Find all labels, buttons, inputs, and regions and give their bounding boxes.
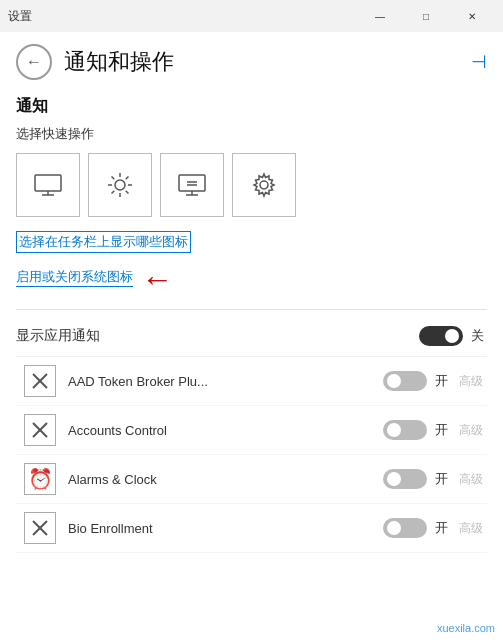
- page-title: 通知和操作: [64, 47, 174, 77]
- app-row-aad: AAD Token Broker Plu... 开 高级: [16, 357, 487, 406]
- accounts-toggle-track: [383, 420, 427, 440]
- alarms-toggle-thumb: [387, 472, 401, 486]
- toggle-thumb: [445, 329, 459, 343]
- svg-rect-0: [35, 175, 61, 191]
- svg-rect-12: [179, 175, 205, 191]
- svg-point-3: [115, 180, 125, 190]
- bio-toggle-track: [383, 518, 427, 538]
- alarms-name: Alarms & Clock: [68, 472, 383, 487]
- svg-point-17: [260, 181, 268, 189]
- app-row-bio: Bio Enrollment 开 高级: [16, 504, 487, 553]
- monitor-icon: [34, 174, 62, 196]
- bio-name: Bio Enrollment: [68, 521, 383, 536]
- quick-actions-label: 选择快速操作: [16, 125, 487, 143]
- accounts-icon: [24, 414, 56, 446]
- aad-toggle-thumb: [387, 374, 401, 388]
- quick-btn-settings[interactable]: [232, 153, 296, 217]
- accounts-toggle-state: 开: [435, 421, 451, 439]
- red-arrow-icon: ←: [141, 263, 173, 295]
- bio-toggle-area: 开 高级: [383, 518, 487, 538]
- app-notifications-toggle[interactable]: [419, 326, 463, 346]
- app-notifications-state: 关: [471, 327, 487, 345]
- accounts-toggle-thumb: [387, 423, 401, 437]
- system-link-row: 启用或关闭系统图标 ←: [16, 263, 487, 295]
- app-notifications-label: 显示应用通知: [16, 327, 100, 345]
- aad-adv: 高级: [459, 373, 487, 390]
- aad-name: AAD Token Broker Plu...: [68, 374, 383, 389]
- alarms-toggle-area: 开 高级: [383, 469, 487, 489]
- maximize-button[interactable]: □: [403, 0, 449, 32]
- svg-line-10: [126, 177, 129, 180]
- titlebar-controls: — □ ✕: [357, 0, 495, 32]
- sun-icon: [106, 171, 134, 199]
- back-button[interactable]: ←: [16, 44, 52, 80]
- quick-btn-monitor[interactable]: [16, 153, 80, 217]
- svg-line-8: [112, 177, 115, 180]
- svg-line-11: [112, 191, 115, 194]
- minimize-button[interactable]: —: [357, 0, 403, 32]
- accounts-adv: 高级: [459, 422, 487, 439]
- pin-icon[interactable]: ⊣: [471, 51, 487, 73]
- gear-icon: [251, 172, 277, 198]
- accounts-toggle[interactable]: [383, 420, 427, 440]
- page-header: ← 通知和操作 ⊣: [0, 32, 503, 88]
- bio-icon: [24, 512, 56, 544]
- back-icon: ←: [26, 53, 42, 71]
- bio-toggle-state: 开: [435, 519, 451, 537]
- app-notifications-toggle-area: 关: [419, 326, 487, 346]
- bio-toggle-thumb: [387, 521, 401, 535]
- accounts-toggle-area: 开 高级: [383, 420, 487, 440]
- quick-btn-cast[interactable]: [160, 153, 224, 217]
- quick-actions-row: [16, 153, 487, 217]
- bio-toggle[interactable]: [383, 518, 427, 538]
- watermark: xuexila.com: [437, 622, 495, 634]
- titlebar: 设置 — □ ✕: [0, 0, 503, 32]
- alarms-adv: 高级: [459, 471, 487, 488]
- accounts-name: Accounts Control: [68, 423, 383, 438]
- alarms-icon: ⏰: [24, 463, 56, 495]
- aad-toggle-state: 开: [435, 372, 451, 390]
- aad-toggle[interactable]: [383, 371, 427, 391]
- close-button[interactable]: ✕: [449, 0, 495, 32]
- notifications-section-title: 通知: [16, 96, 487, 117]
- bio-adv: 高级: [459, 520, 487, 537]
- aad-toggle-area: 开 高级: [383, 371, 487, 391]
- taskbar-link[interactable]: 选择在任务栏上显示哪些图标: [16, 231, 191, 253]
- app-notifications-row: 显示应用通知 关: [16, 316, 487, 357]
- toggle-track: [419, 326, 463, 346]
- svg-line-9: [126, 191, 129, 194]
- system-icons-link[interactable]: 启用或关闭系统图标: [16, 268, 133, 287]
- titlebar-title: 设置: [8, 8, 32, 25]
- aad-icon: [24, 365, 56, 397]
- divider-1: [16, 309, 487, 310]
- main-window: ← 通知和操作 ⊣ 通知 选择快速操作: [0, 32, 503, 640]
- app-row-accounts: Accounts Control 开 高级: [16, 406, 487, 455]
- app-row-alarms: ⏰ Alarms & Clock 开 高级: [16, 455, 487, 504]
- cast-icon: [178, 174, 206, 196]
- alarms-toggle-state: 开: [435, 470, 451, 488]
- taskbar-link-row: 选择在任务栏上显示哪些图标: [16, 231, 487, 257]
- alarms-toggle-track: [383, 469, 427, 489]
- quick-btn-brightness[interactable]: [88, 153, 152, 217]
- alarms-toggle[interactable]: [383, 469, 427, 489]
- content-area: 通知 选择快速操作: [0, 88, 503, 640]
- aad-toggle-track: [383, 371, 427, 391]
